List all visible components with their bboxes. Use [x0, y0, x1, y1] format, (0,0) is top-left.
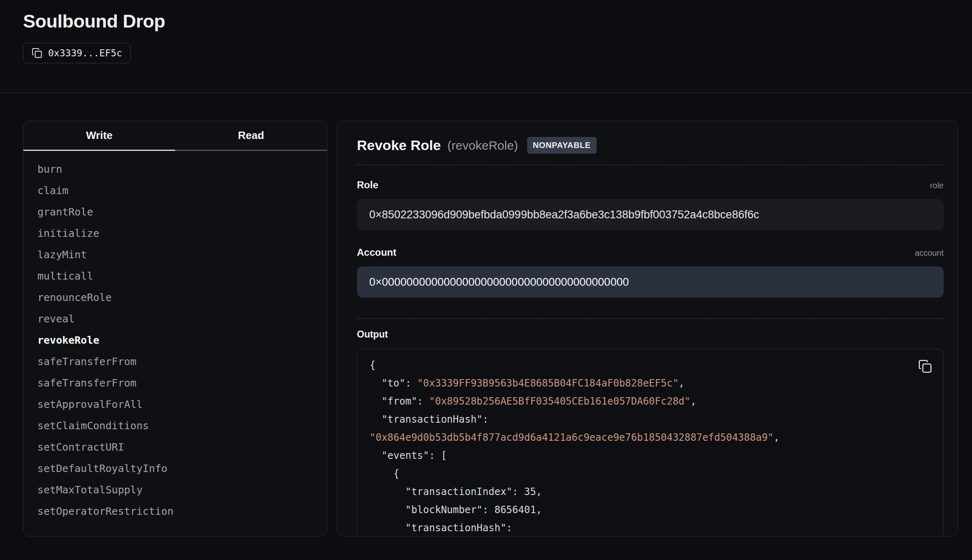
contract-address-button[interactable]: 0x3339...EF5c	[23, 43, 131, 63]
account-label: Account	[357, 247, 396, 258]
mutability-badge: NONPAYABLE	[527, 137, 597, 154]
tab-write[interactable]: Write	[23, 121, 175, 151]
output-divider	[357, 318, 944, 319]
copy-icon	[32, 48, 42, 58]
tab-read[interactable]: Read	[175, 121, 327, 151]
output-code-line: "from": "0x89528b256AE5BfF035405CEb161e0…	[370, 392, 931, 410]
function-item-setOperatorRestriction[interactable]: setOperatorRestriction	[37, 500, 327, 522]
role-hint: role	[930, 181, 944, 190]
function-item-claim[interactable]: claim	[37, 180, 327, 201]
function-list-card: Write Read burnclaimgrantRoleinitializel…	[23, 121, 327, 537]
account-field-row: Account account	[357, 247, 944, 258]
output-code-line: "events": [	[370, 447, 931, 465]
output-box: { "to": "0x3339FF93B9563b4E8685B04FC184a…	[357, 349, 944, 537]
output-code-line: "blockNumber": 8656401,	[370, 501, 931, 519]
output-code-line: "0x864e9d0b53db5b4f877acd9d6a4121a6c9eac…	[370, 428, 931, 447]
function-item-setApprovalForAll[interactable]: setApprovalForAll	[37, 393, 327, 415]
page-title: Soulbound Drop	[23, 0, 949, 32]
output-code-line: {	[370, 356, 931, 374]
function-list: burnclaimgrantRoleinitializelazyMintmult…	[23, 151, 327, 522]
function-name: (revokeRole)	[447, 139, 518, 153]
output-code-line: "transactionHash":	[370, 519, 931, 537]
function-item-lazyMint[interactable]: lazyMint	[37, 244, 327, 265]
function-item-burn[interactable]: burn	[37, 158, 327, 180]
header-divider	[357, 164, 944, 165]
output-label: Output	[357, 329, 944, 340]
function-item-renounceRole[interactable]: renounceRole	[37, 287, 327, 308]
function-item-safeTransferFrom[interactable]: safeTransferFrom	[37, 351, 327, 372]
output-code-line: "transactionIndex": 35,	[370, 483, 931, 501]
account-hint: account	[915, 248, 944, 258]
function-item-setContractURI[interactable]: setContractURI	[37, 436, 327, 458]
function-title: Revoke Role	[357, 137, 441, 153]
tabbar: Write Read	[23, 121, 327, 151]
function-detail-card: Revoke Role (revokeRole) NONPAYABLE Role…	[337, 121, 958, 537]
role-label: Role	[357, 179, 378, 191]
copy-output-button[interactable]	[916, 358, 934, 376]
contract-address-label: 0x3339...EF5c	[48, 48, 122, 58]
role-input[interactable]	[357, 199, 944, 230]
function-item-grantRole[interactable]: grantRole	[37, 201, 327, 222]
function-item-setMaxTotalSupply[interactable]: setMaxTotalSupply	[37, 479, 327, 500]
account-input[interactable]	[357, 266, 944, 298]
function-item-safeTransferFrom[interactable]: safeTransferFrom	[37, 372, 327, 393]
panel-header: Revoke Role (revokeRole) NONPAYABLE	[357, 137, 944, 154]
output-code-line: {	[370, 465, 931, 483]
output-code-line: "to": "0x3339FF93B9563b4E8685B04FC184aF0…	[370, 374, 931, 392]
output-code: { "to": "0x3339FF93B9563b4E8685B04FC184a…	[370, 356, 931, 537]
output-code-line: "transactionHash":	[370, 410, 931, 428]
page-header: Soulbound Drop 0x3339...EF5c	[0, 0, 972, 93]
function-item-reveal[interactable]: reveal	[37, 308, 327, 329]
function-item-setClaimConditions[interactable]: setClaimConditions	[37, 415, 327, 436]
function-item-multicall[interactable]: multicall	[37, 265, 327, 287]
copy-icon	[918, 359, 932, 375]
role-field-row: Role role	[357, 179, 944, 191]
function-item-setDefaultRoyaltyInfo[interactable]: setDefaultRoyaltyInfo	[37, 458, 327, 479]
explorer-content: Write Read burnclaimgrantRoleinitializel…	[23, 121, 958, 537]
function-item-revokeRole[interactable]: revokeRole	[37, 329, 327, 351]
function-item-initialize[interactable]: initialize	[37, 222, 327, 244]
